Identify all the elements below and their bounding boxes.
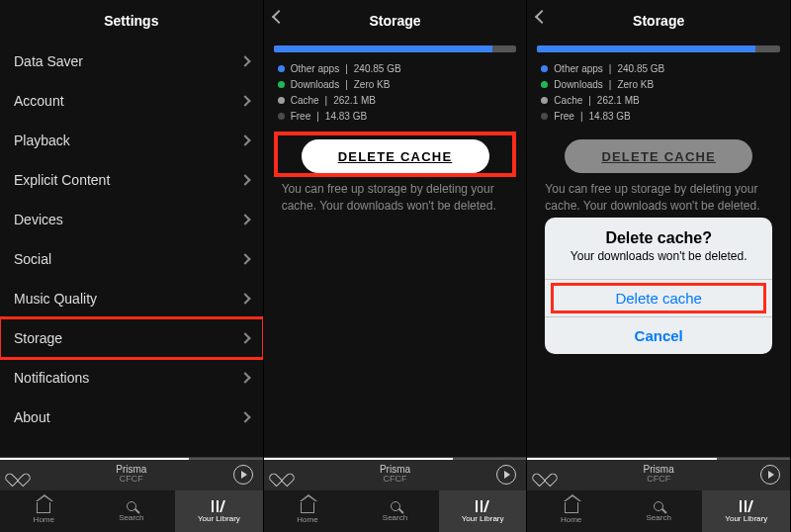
delete-cache-button[interactable]: DELETE CACHE xyxy=(565,139,752,173)
library-icon xyxy=(476,499,489,512)
legend-free: Free|14.83 GB xyxy=(278,108,513,124)
search-icon xyxy=(391,501,400,511)
legend-other-apps: Other apps|240.85 GB xyxy=(541,60,776,76)
tab-library[interactable]: Your Library xyxy=(175,490,263,532)
legend-free: Free|14.83 GB xyxy=(541,108,776,124)
dot-icon xyxy=(541,113,548,120)
legend-downloads: Downloads|Zero KB xyxy=(278,76,513,92)
row-explicit-content[interactable]: Explicit Content xyxy=(0,160,263,200)
dialog-confirm-button[interactable]: Delete cache xyxy=(545,279,772,316)
settings-list: Data Saver Account Playback Explicit Con… xyxy=(0,42,263,457)
tab-home[interactable]: Home xyxy=(527,490,615,532)
tab-search[interactable]: Search xyxy=(615,490,703,532)
delete-cache-button[interactable]: DELETE CACHE xyxy=(302,139,489,173)
row-data-saver[interactable]: Data Saver xyxy=(0,42,263,81)
row-devices[interactable]: Devices xyxy=(0,200,263,239)
legend-downloads: Downloads|Zero KB xyxy=(541,76,776,92)
legend-other-apps: Other apps|240.85 GB xyxy=(278,60,513,76)
storage-bar xyxy=(274,45,517,52)
storage-content: Other apps|240.85 GB Downloads|Zero KB C… xyxy=(264,42,527,457)
now-playing-artist: CFCF xyxy=(116,475,146,485)
heart-icon[interactable] xyxy=(537,468,551,482)
play-icon xyxy=(768,471,774,479)
pane-settings: Settings Data Saver Account Playback Exp… xyxy=(0,0,264,532)
chevron-right-icon xyxy=(239,174,250,185)
row-storage[interactable]: Storage xyxy=(0,318,263,358)
dialog-message: Your downloads won't be deleted. xyxy=(545,249,772,279)
topbar: Storage xyxy=(264,0,527,42)
dot-icon xyxy=(541,81,548,88)
dialog-cancel-button[interactable]: Cancel xyxy=(545,316,772,354)
now-playing-progress xyxy=(264,458,453,460)
play-icon xyxy=(504,471,510,479)
back-icon[interactable] xyxy=(535,10,549,24)
now-playing-bar[interactable]: Prisma CFCF xyxy=(264,457,527,490)
tab-home[interactable]: Home xyxy=(264,490,352,532)
search-icon xyxy=(127,501,136,511)
topbar: Settings xyxy=(0,0,263,42)
tab-search[interactable]: Search xyxy=(88,490,176,532)
now-playing-bar[interactable]: Prisma CFCF xyxy=(527,457,790,490)
bottom-tabs: Home Search Your Library xyxy=(527,490,790,532)
now-playing-progress xyxy=(527,458,716,460)
pane-storage-dialog: Storage Other apps|240.85 GB Downloads|Z… xyxy=(527,0,791,532)
heart-icon[interactable] xyxy=(10,468,24,482)
row-music-quality[interactable]: Music Quality xyxy=(0,279,263,318)
chevron-right-icon xyxy=(239,95,250,106)
row-account[interactable]: Account xyxy=(0,81,263,121)
page-title: Settings xyxy=(104,13,158,29)
play-button[interactable] xyxy=(760,465,780,485)
library-icon xyxy=(212,499,225,512)
now-playing-artist: CFCF xyxy=(644,475,674,485)
home-icon xyxy=(301,502,314,513)
storage-content: Other apps|240.85 GB Downloads|Zero KB C… xyxy=(527,42,790,457)
bottom-tabs: Home Search Your Library xyxy=(0,490,263,532)
topbar: Storage xyxy=(527,0,790,42)
home-icon xyxy=(565,502,578,513)
pane-storage: Storage Other apps|240.85 GB Downloads|Z… xyxy=(264,0,528,532)
tab-library[interactable]: Your Library xyxy=(702,490,790,532)
dot-icon xyxy=(541,65,548,72)
page-title: Storage xyxy=(633,13,684,29)
storage-legend: Other apps|240.85 GB Downloads|Zero KB C… xyxy=(527,60,790,124)
search-icon xyxy=(654,501,663,511)
play-button[interactable] xyxy=(496,465,516,485)
dot-icon xyxy=(278,81,285,88)
chevron-right-icon xyxy=(239,55,250,66)
library-icon xyxy=(740,499,753,512)
chevron-right-icon xyxy=(239,332,250,343)
play-icon xyxy=(241,471,247,479)
chevron-right-icon xyxy=(239,372,250,383)
tab-library[interactable]: Your Library xyxy=(439,490,527,532)
storage-info-text: You can free up storage by deleting your… xyxy=(527,181,790,215)
legend-cache: Cache|262.1 MB xyxy=(541,92,776,108)
dot-icon xyxy=(278,65,285,72)
row-playback[interactable]: Playback xyxy=(0,121,263,160)
play-button[interactable] xyxy=(233,465,253,485)
chevron-right-icon xyxy=(239,411,250,422)
back-icon[interactable] xyxy=(272,10,286,24)
now-playing-bar[interactable]: Prisma CFCF xyxy=(0,457,263,490)
row-social[interactable]: Social xyxy=(0,239,263,279)
chevron-right-icon xyxy=(239,134,250,145)
now-playing-progress xyxy=(0,458,189,460)
tab-search[interactable]: Search xyxy=(351,490,439,532)
dot-icon xyxy=(278,97,285,104)
row-about[interactable]: About xyxy=(0,398,263,437)
dot-icon xyxy=(278,113,285,120)
page-title: Storage xyxy=(369,13,420,29)
dialog-title: Delete cache? xyxy=(545,218,772,249)
home-icon xyxy=(37,502,50,513)
row-notifications[interactable]: Notifications xyxy=(0,358,263,398)
now-playing-artist: CFCF xyxy=(380,475,410,485)
chevron-right-icon xyxy=(239,214,250,224)
storage-info-text: You can free up storage by deleting your… xyxy=(264,181,527,215)
heart-icon[interactable] xyxy=(274,468,288,482)
dot-icon xyxy=(541,97,548,104)
storage-bar xyxy=(537,45,780,52)
chevron-right-icon xyxy=(239,293,250,304)
storage-legend: Other apps|240.85 GB Downloads|Zero KB C… xyxy=(264,60,527,124)
legend-cache: Cache|262.1 MB xyxy=(278,92,513,108)
delete-cache-dialog: Delete cache? Your downloads won't be de… xyxy=(545,218,772,354)
tab-home[interactable]: Home xyxy=(0,490,88,532)
